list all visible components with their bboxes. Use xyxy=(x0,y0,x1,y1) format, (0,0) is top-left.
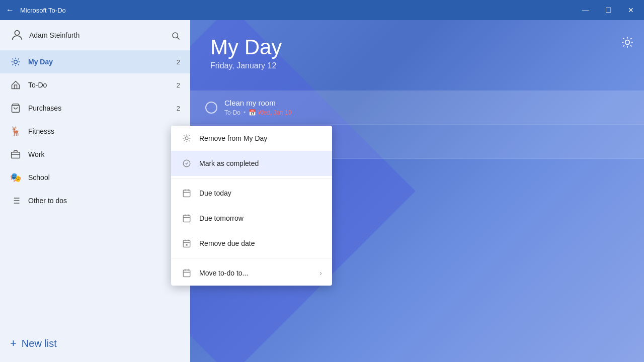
back-button[interactable]: ← xyxy=(6,6,14,15)
ctx-remove-from-my-day[interactable]: Remove from My Day xyxy=(171,126,332,151)
ctx-item-label: Remove from My Day xyxy=(199,134,322,142)
task-info: Clean my room To-Do • 📅 Wed, Jan 10 xyxy=(224,99,629,116)
sidebar-item-to-do[interactable]: To-Do 2 xyxy=(0,73,190,97)
minimize-button[interactable]: — xyxy=(578,4,593,16)
page-date: Friday, January 12 xyxy=(210,61,624,70)
list-icon xyxy=(10,195,21,206)
ctx-divider xyxy=(171,258,332,258)
ctx-due-tomorrow[interactable]: Due tomorrow xyxy=(171,206,332,231)
svg-line-2 xyxy=(177,37,179,39)
calendar-icon xyxy=(181,188,192,199)
ctx-divider xyxy=(171,178,332,178)
sidebar-nav: My Day 2 To-Do 2 xyxy=(0,50,190,325)
sun-icon xyxy=(10,56,21,67)
svg-point-0 xyxy=(15,31,19,35)
svg-point-30 xyxy=(185,137,188,140)
sidebar-item-label: Fitnesss xyxy=(28,127,170,135)
purchases-icon xyxy=(10,103,21,114)
ctx-item-label: Due tomorrow xyxy=(199,214,322,222)
school-icon: 🎭 xyxy=(10,172,21,183)
page-title: My Day xyxy=(210,35,624,59)
svg-line-29 xyxy=(630,38,631,39)
sidebar-item-my-day[interactable]: My Day 2 xyxy=(0,50,190,73)
svg-rect-13 xyxy=(12,152,20,158)
svg-line-38 xyxy=(189,135,190,136)
svg-point-1 xyxy=(173,33,178,38)
new-list-label: New list xyxy=(22,338,57,349)
sidebar-item-label: Other to dos xyxy=(28,197,173,205)
sidebar-item-label: Work xyxy=(28,150,170,158)
svg-line-9 xyxy=(18,64,19,65)
svg-rect-40 xyxy=(183,190,190,197)
ctx-item-label: Mark as completed xyxy=(199,159,322,167)
sidebar-item-label: Purchases xyxy=(28,104,170,112)
sidebar: Adam Steinfurth xyxy=(0,20,190,362)
check-circle-icon xyxy=(181,158,192,169)
ctx-item-label: Move to-do to... xyxy=(199,269,312,277)
svg-rect-48 xyxy=(183,240,190,247)
sidebar-item-label: My Day xyxy=(28,58,170,66)
user-icon xyxy=(10,28,24,42)
main-header: My Day Friday, January 12 xyxy=(190,20,644,80)
calendar-icon: 📅 xyxy=(249,109,256,116)
ctx-remove-due-date[interactable]: Remove due date xyxy=(171,231,332,256)
ctx-move-to-do[interactable]: Move to-do to... › xyxy=(171,260,332,286)
task-list: To-Do xyxy=(224,109,240,116)
sidebar-item-label: School xyxy=(28,173,170,182)
maximize-button[interactable]: ☐ xyxy=(601,4,616,16)
move-icon xyxy=(181,267,192,279)
ctx-mark-completed[interactable]: Mark as completed xyxy=(171,151,332,176)
svg-line-11 xyxy=(18,59,19,60)
sidebar-item-school[interactable]: 🎭 School 1 xyxy=(0,166,190,189)
separator: • xyxy=(244,109,246,116)
task-complete-circle[interactable] xyxy=(205,102,217,114)
svg-point-3 xyxy=(14,60,18,64)
svg-line-10 xyxy=(13,64,14,65)
svg-line-26 xyxy=(623,38,624,39)
arrow-right-icon: › xyxy=(319,269,322,277)
sidebar-item-work[interactable]: Work 2 xyxy=(0,143,190,166)
ctx-item-label: Remove due date xyxy=(199,239,322,247)
username: Adam Steinfurth xyxy=(29,31,79,39)
sidebar-item-label: To-Do xyxy=(28,81,170,89)
svg-rect-44 xyxy=(183,215,190,222)
svg-line-36 xyxy=(189,140,190,141)
sidebar-item-count: 2 xyxy=(177,105,180,112)
svg-point-21 xyxy=(625,40,630,45)
sidebar-footer: + New list xyxy=(0,325,190,362)
home-icon xyxy=(10,79,21,90)
close-button[interactable]: ✕ xyxy=(624,4,638,16)
svg-line-37 xyxy=(184,140,185,141)
sidebar-item-count: 2 xyxy=(177,81,180,89)
task-name: Clean my room xyxy=(224,99,629,107)
ctx-due-today[interactable]: Due today xyxy=(171,180,332,206)
work-icon xyxy=(10,149,21,160)
search-button[interactable] xyxy=(171,30,180,41)
titlebar: ← Microsoft To-Do — ☐ ✕ xyxy=(0,0,644,20)
plus-icon: + xyxy=(10,337,17,350)
svg-line-27 xyxy=(630,45,631,46)
sidebar-item-purchases[interactable]: Purchases 2 xyxy=(0,97,190,120)
fitness-icon: 🦌 xyxy=(10,126,21,137)
calendar-icon xyxy=(181,213,192,224)
svg-line-35 xyxy=(184,135,185,136)
calendar-remove-icon xyxy=(181,238,192,249)
user-profile[interactable]: Adam Steinfurth xyxy=(10,28,79,42)
sidebar-item-other-to-dos[interactable]: Other to dos xyxy=(0,189,190,212)
sun-icon xyxy=(181,133,192,144)
task-due-date: 📅 Wed, Jan 10 xyxy=(249,109,291,116)
new-list-button[interactable]: + New list xyxy=(10,333,180,354)
svg-line-28 xyxy=(623,45,624,46)
window-controls: — ☐ ✕ xyxy=(578,4,638,16)
svg-line-8 xyxy=(13,59,14,60)
svg-rect-54 xyxy=(183,270,190,277)
app-title: Microsoft To-Do xyxy=(20,7,578,14)
task-meta: To-Do • 📅 Wed, Jan 10 xyxy=(224,109,629,116)
task-item[interactable]: Clean my room To-Do • 📅 Wed, Jan 10 xyxy=(190,90,644,125)
settings-icon[interactable] xyxy=(621,35,634,49)
sidebar-item-count: 2 xyxy=(177,58,180,66)
sidebar-header: Adam Steinfurth xyxy=(0,20,190,50)
context-menu: Remove from My Day Mark as completed Due… xyxy=(171,126,332,286)
ctx-item-label: Due today xyxy=(199,189,322,197)
sidebar-item-fitnesss[interactable]: 🦌 Fitnesss 2 xyxy=(0,120,190,143)
